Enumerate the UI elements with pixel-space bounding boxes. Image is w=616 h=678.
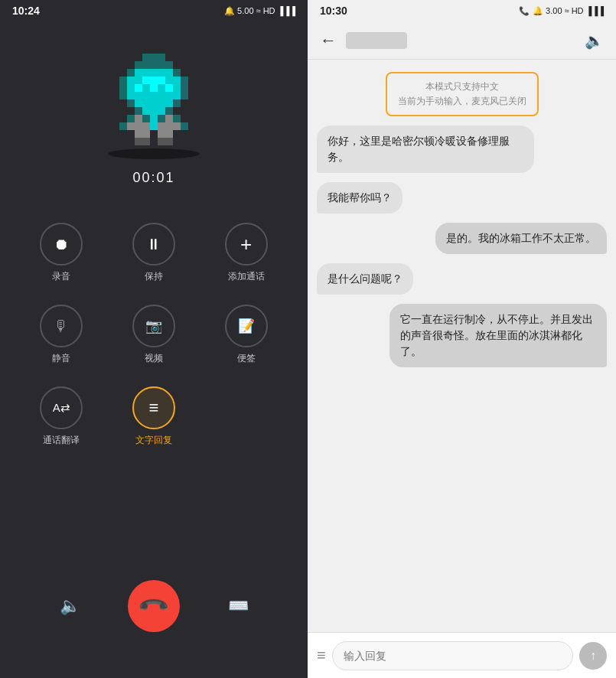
note-label: 便签 <box>237 352 256 365</box>
send-button[interactable]: ↑ <box>579 642 607 670</box>
dialpad-icon: ⌨️ <box>228 596 249 616</box>
avatar-section: 00:01 <box>108 54 200 186</box>
add-call-button[interactable]: + 添加通话 <box>207 223 285 283</box>
notice-line2: 当前为手动输入，麦克风已关闭 <box>398 94 526 109</box>
pause-icon: ⏸ <box>146 236 161 253</box>
note-button[interactable]: 📝 便签 <box>207 305 285 365</box>
end-call-icon: 📞 <box>137 589 171 624</box>
mute-icon-wrap: 🎙 <box>40 305 83 347</box>
record-icon: ⏺ <box>54 236 69 253</box>
network-icons-left: 🔔 5.00 ≈ HD ▐▐▐ <box>224 6 295 16</box>
mute-icon: 🎙 <box>54 318 69 335</box>
call-active-icon: 📞 <box>519 6 530 16</box>
record-button[interactable]: ⏺ 录音 <box>23 223 100 283</box>
add-call-label: 添加通话 <box>228 270 265 283</box>
status-bar-left: 10:24 🔔 5.00 ≈ HD ▐▐▐ <box>0 0 308 21</box>
translate-button[interactable]: A⇄ 通话翻译 <box>23 386 100 447</box>
message-3: 是的。我的冰箱工作不太正常。 <box>435 223 607 254</box>
network-icons-right: 🔔 3.00 ≈ HD ▐▐▐ <box>533 6 604 16</box>
message-2: 我能帮你吗？ <box>317 182 403 214</box>
record-label: 录音 <box>52 270 70 283</box>
left-panel: 10:24 🔔 5.00 ≈ HD ▐▐▐ 00:01 ⏺ 录音 ⏸ 保持 <box>0 0 308 678</box>
video-icon-wrap: 📷 <box>132 305 175 347</box>
note-icon: 📝 <box>238 318 255 334</box>
right-panel: 10:30 📞 🔔 3.00 ≈ HD ▐▐▐ ← 🔈 本模式只支持中文 当前为… <box>308 0 616 678</box>
avatar <box>112 54 196 145</box>
status-icons-left: 🔔 5.00 ≈ HD ▐▐▐ <box>224 6 295 16</box>
send-icon: ↑ <box>590 649 596 663</box>
add-icon: + <box>240 233 252 256</box>
video-icon: 📷 <box>145 318 162 334</box>
translate-icon-wrap: A⇄ <box>40 386 83 429</box>
text-reply-button[interactable]: ≡ 文字回复 <box>116 386 193 447</box>
translate-label: 通话翻译 <box>43 434 80 447</box>
hold-button[interactable]: ⏸ 保持 <box>116 223 193 283</box>
speaker-header-icon[interactable]: 🔈 <box>585 31 604 50</box>
status-bar-right: 10:30 📞 🔔 3.00 ≈ HD ▐▐▐ <box>308 0 616 21</box>
chat-header: ← 🔈 <box>308 21 616 60</box>
textreply-icon: ≡ <box>149 398 159 418</box>
text-reply-label: 文字回复 <box>135 434 172 447</box>
hold-label: 保持 <box>145 270 163 283</box>
chat-messages: 本模式只支持中文 当前为手动输入，麦克风已关闭 你好，这里是哈密尔顿冷暖设备修理… <box>308 60 616 632</box>
speaker-button[interactable]: 🔈 <box>50 586 90 626</box>
note-icon-wrap: 📝 <box>225 305 268 347</box>
avatar-shadow <box>108 148 200 159</box>
message-1: 你好，这里是哈密尔顿冷暖设备修理服务。 <box>317 125 534 173</box>
message-5: 它一直在运行制冷，从不停止。并且发出的声音很奇怪。放在里面的冰淇淋都化了。 <box>389 304 607 367</box>
translate-icon: A⇄ <box>53 401 70 415</box>
contact-name-bar <box>346 32 407 49</box>
message-4: 是什么问题呢？ <box>317 263 413 295</box>
time-left: 10:24 <box>12 5 40 17</box>
add-icon-wrap: + <box>225 223 268 266</box>
speaker-icon: 🔈 <box>60 596 80 616</box>
list-icon[interactable]: ≡ <box>317 647 326 664</box>
record-icon-wrap: ⏺ <box>40 223 83 266</box>
hold-icon-wrap: ⏸ <box>132 223 175 266</box>
notice-box: 本模式只支持中文 当前为手动输入，麦克风已关闭 <box>386 72 539 116</box>
call-timer: 00:01 <box>132 170 174 186</box>
notice-line1: 本模式只支持中文 <box>398 80 526 94</box>
back-button[interactable]: ← <box>320 31 337 51</box>
dialpad-button[interactable]: ⌨️ <box>218 586 258 626</box>
time-right: 10:30 <box>320 5 347 17</box>
mute-label: 静音 <box>52 352 70 365</box>
chat-input-bar: ≡ ↑ <box>308 632 616 678</box>
chat-input[interactable] <box>332 641 573 670</box>
bottom-controls: 🔈 📞 ⌨️ <box>0 580 308 632</box>
controls-grid: ⏺ 录音 ⏸ 保持 + 添加通话 🎙 静音 📷 视频 <box>0 223 308 447</box>
text-reply-icon-wrap: ≡ <box>132 386 175 429</box>
mute-button[interactable]: 🎙 静音 <box>23 305 100 365</box>
video-label: 视频 <box>145 352 163 365</box>
end-call-button[interactable]: 📞 <box>128 580 180 632</box>
status-icons-right: 📞 🔔 3.00 ≈ HD ▐▐▐ <box>519 6 604 16</box>
video-button[interactable]: 📷 视频 <box>116 305 193 365</box>
